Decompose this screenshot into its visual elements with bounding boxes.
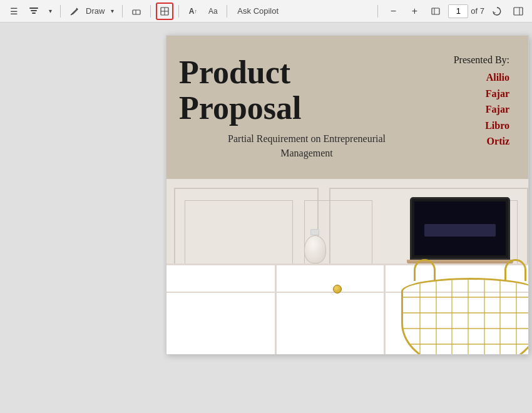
- slide-main-title: Product Proposal: [179, 54, 434, 126]
- desk-divider-1: [275, 265, 277, 355]
- draw-group: Draw ▾: [66, 3, 117, 20]
- rotate-icon[interactable]: [488, 3, 506, 20]
- basket-body: [401, 278, 528, 355]
- separator-5: [227, 5, 227, 18]
- draw-chevron-icon[interactable]: ▾: [107, 3, 117, 20]
- separator-6: [377, 5, 378, 18]
- svg-rect-7: [432, 8, 439, 14]
- fit-page-icon[interactable]: [427, 3, 444, 20]
- sidebar-toggle-icon[interactable]: [509, 3, 527, 20]
- filter-icon[interactable]: [25, 3, 43, 20]
- basket-v-line-6: [499, 280, 501, 355]
- ask-copilot-button[interactable]: Ask Copilot: [232, 4, 284, 18]
- filter-chevron-icon[interactable]: ▾: [45, 3, 55, 20]
- laptop: [410, 197, 510, 263]
- slide-container: Product Proposal Partial Requirement on …: [166, 35, 529, 355]
- separator-1: [60, 5, 61, 18]
- page-total: of 7: [471, 6, 484, 16]
- svg-rect-9: [514, 8, 523, 15]
- slide-presented-by: Presented By: AlilioFajarFajarLibroOrtiz: [434, 54, 509, 150]
- laptop-screen-content: [424, 224, 496, 237]
- basket-v-line-7: [516, 280, 517, 355]
- svg-rect-1: [31, 10, 37, 11]
- basket-v-line-1: [419, 280, 421, 355]
- slide-title-area: Product Proposal Partial Requirement on …: [179, 54, 434, 160]
- separator-4: [178, 5, 179, 18]
- font-case-icon[interactable]: Aa: [204, 3, 222, 20]
- subtitle-line-1: Partial Requirement on Entrepreneurial: [228, 133, 386, 144]
- basket: [401, 256, 528, 355]
- presented-by-label: Presented By:: [434, 54, 509, 66]
- basket-handle-left: [414, 259, 436, 281]
- menu-icon[interactable]: ☰: [5, 3, 23, 20]
- document-view: Product Proposal Partial Requirement on …: [163, 23, 532, 413]
- basket-v-line-5: [484, 280, 485, 355]
- vase: [304, 229, 326, 263]
- title-line-2: Proposal: [179, 90, 302, 126]
- inner-panel-left: [185, 200, 293, 267]
- minimize-button[interactable]: −: [384, 3, 402, 20]
- toolbar: ☰ ▾ Draw ▾ A↑: [0, 0, 532, 23]
- presenter-list: AlilioFajarFajarLibroOrtiz: [434, 69, 509, 150]
- laptop-screen: [410, 197, 510, 260]
- toolbar-right: − + 1 of 7: [375, 3, 527, 20]
- slide-image-area: [166, 179, 528, 354]
- page-navigation: 1 of 7: [448, 4, 484, 18]
- font-size-icon[interactable]: A↑: [184, 3, 202, 20]
- svg-rect-0: [29, 8, 38, 9]
- separator-2: [122, 5, 123, 18]
- drawer-knob: [333, 285, 342, 293]
- slide-header: Product Proposal Partial Requirement on …: [166, 36, 528, 179]
- format-icon[interactable]: [156, 3, 173, 20]
- basket-h-line-2: [403, 312, 528, 314]
- subtitle-line-2: Management: [280, 148, 333, 158]
- vase-neck: [310, 229, 319, 235]
- basket-h-line-4: [403, 344, 528, 345]
- basket-h-line-3: [403, 328, 528, 329]
- draw-pen-icon[interactable]: [66, 3, 83, 20]
- vase-body: [304, 235, 326, 263]
- basket-v-line-3: [451, 280, 453, 355]
- separator-3: [150, 5, 151, 18]
- slide-subtitle: Partial Requirement on Entrepreneurial M…: [179, 132, 434, 160]
- page-number-input[interactable]: 1: [448, 4, 468, 18]
- add-button[interactable]: +: [406, 3, 423, 20]
- basket-v-line-2: [436, 280, 437, 355]
- svg-rect-3: [133, 10, 140, 14]
- basket-h-line-1: [403, 297, 528, 298]
- basket-handle-right: [504, 259, 526, 281]
- basket-v-line-4: [468, 280, 469, 355]
- svg-rect-2: [32, 13, 36, 14]
- eraser-icon[interactable]: [128, 3, 145, 20]
- main-area: Product Proposal Partial Requirement on …: [0, 23, 532, 413]
- desk-divider-2: [384, 265, 386, 355]
- title-line-1: Product: [179, 54, 290, 90]
- desk-scene: [166, 179, 528, 354]
- draw-label[interactable]: Draw: [84, 6, 106, 16]
- left-sidebar: [0, 23, 163, 413]
